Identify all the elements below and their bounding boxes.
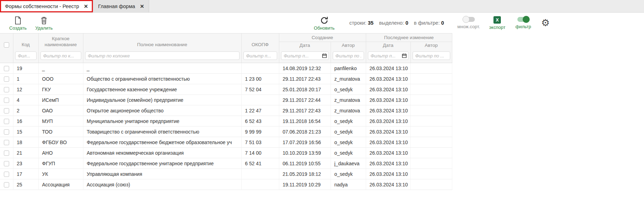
create-button[interactable]: Создать (9, 16, 27, 30)
col-header-okopf[interactable]: ОКОПФ (241, 33, 279, 51)
calendar-icon[interactable] (402, 54, 407, 58)
filter-okopf-input[interactable] (243, 51, 277, 60)
filter-toggle[interactable]: фильтр (515, 17, 532, 29)
col-header-short-name[interactable]: Краткое наименование (38, 33, 83, 51)
row-checkbox[interactable] (4, 161, 9, 166)
stat-filtered-label: в фильтре: (414, 20, 440, 26)
row-checkbox[interactable] (4, 76, 9, 82)
table-row[interactable]: 16 МУП Муниципальное унитарное предприят… (0, 116, 452, 127)
cell-change-author (410, 148, 452, 158)
cell-change-author (410, 158, 452, 169)
table-row[interactable]: 25 Ассоциация Ассоциация (союз) 19.11.20… (0, 179, 452, 190)
table-row[interactable]: 19 _ _ 14.08.2019 12:32 panfilenko 26.03… (0, 63, 452, 74)
table-row[interactable]: 12 ГКУ Государственное казенное учрежден… (0, 84, 452, 95)
cell-creation-author: panfilenko (331, 63, 366, 74)
header-group-row: Код Краткое наименование Полное наименов… (0, 33, 452, 42)
toggle-off-icon[interactable] (463, 17, 475, 22)
row-checkbox[interactable] (4, 172, 9, 177)
filter-full-name-input[interactable] (85, 51, 240, 60)
row-checkbox[interactable] (4, 87, 9, 92)
calendar-icon[interactable] (322, 54, 327, 58)
refresh-button[interactable]: Обновить (314, 16, 334, 30)
stat-filtered-value: 0 (441, 20, 444, 26)
filter-label: фильтр (516, 24, 531, 29)
table-body: 19 _ _ 14.08.2019 12:32 panfilenko 26.03… (0, 63, 452, 190)
table-row[interactable]: 17 УК Управляющая компания 21.05.2019 18… (0, 169, 452, 179)
table-row[interactable]: 4 ИСемП Индивидуальное (семейное) предпр… (0, 95, 452, 105)
select-all-cell (0, 33, 13, 51)
row-checkbox-cell (0, 179, 13, 190)
col-header-creation-author[interactable]: Автор (331, 42, 366, 51)
filter-creation-author-input[interactable] (333, 51, 364, 60)
toggle-on-icon[interactable] (517, 17, 529, 22)
row-checkbox[interactable] (4, 119, 9, 124)
new-document-icon (14, 16, 21, 25)
cell-code: 1 (13, 74, 38, 84)
cell-change-date: 26.03.2024 13:10 (366, 95, 410, 105)
filter-code-input[interactable] (15, 51, 37, 60)
cell-creation-author: o_sedyk (331, 148, 366, 158)
app-window: Формы собственности - Реестр × Главная ф… (0, 0, 644, 222)
cell-full-name: Общество с ограниченной ответственностью (83, 74, 241, 84)
close-icon[interactable]: × (140, 3, 144, 10)
col-header-change-date[interactable]: Дата (366, 42, 410, 51)
table-row[interactable]: 18 ФГБОУ ВО Федеральное государственное … (0, 137, 452, 148)
cell-creation-author: o_sedyk (331, 169, 366, 179)
table-row[interactable]: 21 АНО Автономная некоммерческая организ… (0, 148, 452, 158)
col-header-code[interactable]: Код (13, 33, 38, 51)
cell-change-date: 26.03.2024 13:10 (366, 179, 410, 190)
table-row[interactable]: 23 ФГУП Федеральное государственное унит… (0, 158, 452, 169)
row-checkbox[interactable] (4, 129, 9, 135)
filter-change-author-input[interactable] (413, 51, 450, 60)
row-checkbox[interactable] (4, 140, 9, 145)
row-checkbox-cell (0, 105, 13, 116)
cell-creation-date: 25.01.2018 20:17 (279, 84, 331, 95)
filter-change-date-wrap (368, 53, 409, 58)
row-checkbox[interactable] (4, 66, 9, 71)
table-row[interactable]: 2 ОАО Открытое акционерное общество 1 22… (0, 105, 452, 116)
registry-table: Код Краткое наименование Полное наименов… (0, 33, 452, 190)
cell-full-name: _ (83, 63, 241, 74)
cell-full-name: Автономная некоммерческая организация (83, 148, 241, 158)
cell-code: 4 (13, 95, 38, 105)
row-checkbox[interactable] (4, 98, 9, 103)
cell-full-name: Индивидуальное (семейное) предприятие (83, 95, 241, 105)
cell-okopf (241, 63, 279, 74)
col-header-change-author[interactable]: Автор (410, 42, 452, 51)
filter-short-name-input[interactable] (40, 51, 81, 60)
cell-code: 17 (13, 169, 38, 179)
cell-change-author (410, 63, 452, 74)
cell-creation-date: 17.07.2019 16:56 (279, 137, 331, 148)
cell-full-name: Открытое акционерное общество (83, 105, 241, 116)
select-all-checkbox[interactable] (4, 42, 9, 48)
cell-creation-author: o_sedyk (331, 137, 366, 148)
col-header-creation-date[interactable]: Дата (279, 42, 331, 51)
delete-button[interactable]: Удалить (35, 16, 53, 30)
cell-full-name: Ассоциация (союз) (83, 179, 241, 190)
export-button[interactable]: X экспорт (489, 16, 506, 30)
filter-creation-date-input[interactable] (281, 51, 329, 60)
settings-gear-icon[interactable]: ⚙ (541, 18, 550, 28)
cell-change-author (410, 169, 452, 179)
cell-creation-date: 19.11.2019 10:29 (279, 179, 331, 190)
cell-change-author (410, 74, 452, 84)
row-checkbox[interactable] (4, 108, 9, 113)
row-checkbox[interactable] (4, 150, 9, 156)
cell-short-name: АНО (38, 148, 83, 158)
stat-rows: строки: 35 (349, 20, 374, 26)
cell-short-name: ОАО (38, 105, 83, 116)
row-checkbox[interactable] (4, 182, 9, 187)
close-icon[interactable]: × (84, 3, 88, 10)
cell-code: 16 (13, 116, 38, 127)
stat-selected-label: выделено: (379, 20, 404, 26)
table-row[interactable]: 15 ТОО Товарищество с ограниченной ответ… (0, 127, 452, 137)
col-header-full-name[interactable]: Полное наименование (83, 33, 241, 51)
tab-forms-of-ownership-registry[interactable]: Формы собственности - Реестр × (0, 0, 93, 12)
cell-change-date: 26.03.2024 13:10 (366, 137, 410, 148)
row-checkbox-cell (0, 74, 13, 84)
table-row[interactable]: 1 ООО Общество с ограниченной ответствен… (0, 74, 452, 84)
excel-icon: X (493, 16, 501, 24)
cell-full-name: Товарищество с ограниченной ответственно… (83, 127, 241, 137)
multisort-toggle[interactable]: множ.сорт. (457, 17, 480, 29)
tab-main-form[interactable]: Главная форма × (93, 0, 149, 12)
